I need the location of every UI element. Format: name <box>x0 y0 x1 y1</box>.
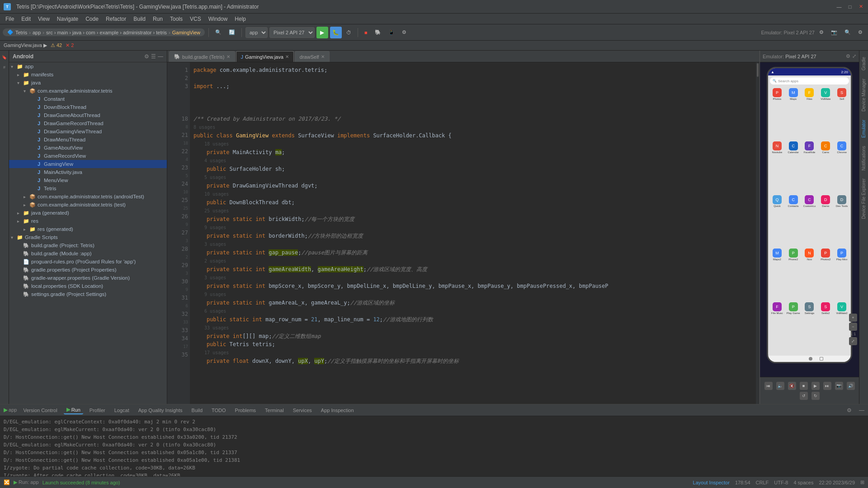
device-file-explorer-tab[interactable]: Device File Explorer <box>860 176 867 221</box>
menu-item-navigate[interactable]: Navigate <box>53 15 82 23</box>
home-nav[interactable] <box>809 357 812 361</box>
tab-services[interactable]: Services <box>290 407 315 414</box>
tab-terminal[interactable]: Terminal <box>262 407 287 414</box>
app-icon-19[interactable]: PPlay Mov <box>835 249 849 300</box>
run-button[interactable]: ▶ <box>316 27 328 38</box>
menu-item-file[interactable]: File <box>2 15 18 23</box>
code-editor[interactable]: 1 2 3 18 8 21 18 22 4 23 5 24 10 25 25 <box>167 62 760 404</box>
tree-item-gradle.properties.project[interactable]: 🐘gradle.properties (Project Properties) <box>9 266 167 274</box>
app-icon-2[interactable]: FFiles <box>802 88 817 140</box>
tab-draw-self[interactable]: drawSelf ✕ <box>295 51 330 62</box>
app-icon-21[interactable]: PPlay Game <box>786 302 801 354</box>
tab-run-active[interactable]: ▶ Run <box>64 406 83 414</box>
app-icon-18[interactable]: PPhotos2 <box>818 249 833 300</box>
menu-item-run[interactable]: Run <box>149 15 166 23</box>
tree-item-Tetris[interactable]: JTetris <box>9 184 167 192</box>
tree-item-GameAboutView[interactable]: JGameAboutView <box>9 144 167 152</box>
maximize-button[interactable]: □ <box>846 3 854 10</box>
layout-inspector[interactable]: Layout Inspector <box>693 480 730 485</box>
tab-build-gradle[interactable]: 🐘 build.gradle (Tetris) ✕ <box>169 51 235 62</box>
menu-item-view[interactable]: View <box>34 15 53 23</box>
recents-nav[interactable] <box>820 357 823 361</box>
project-list-icon[interactable]: ☰ <box>151 53 156 60</box>
tree-item-GradleScripts[interactable]: ▾📁Gradle Scripts <box>9 233 167 241</box>
minimize-button[interactable]: — <box>835 3 843 10</box>
tab-todo[interactable]: TODO <box>209 407 229 414</box>
app-icon-8[interactable]: CCams <box>818 141 833 193</box>
app-icon-17[interactable]: NNoo <box>802 249 817 300</box>
app-icon-23[interactable]: SSettls2 <box>818 302 833 354</box>
tree-item-gradle-wrapper.properties[interactable]: 🐘gradle-wrapper.properties (Gradle Versi… <box>9 274 167 282</box>
bottom-minimize-icon[interactable]: — <box>859 407 864 413</box>
tree-item-DrawGamingViewThread[interactable]: JDrawGamingViewThread <box>9 127 167 136</box>
tab-version-control[interactable]: Version Control <box>20 407 60 414</box>
tab-problems[interactable]: Problems <box>232 407 259 414</box>
editor-scrollbar[interactable] <box>756 62 760 404</box>
run-config-select[interactable]: app <box>245 27 268 38</box>
app-icon-13[interactable]: DDamo <box>818 195 833 247</box>
project-panel-icons[interactable]: ⚙ ☰ — <box>144 53 163 60</box>
settings-btn[interactable]: ⚙ <box>855 28 865 36</box>
tree-item-res.generated[interactable]: ▸📁res (generated) <box>9 225 167 233</box>
tree-item-DrawMenuThread[interactable]: JDrawMenuThread <box>9 136 167 144</box>
bottom-gear-icon[interactable]: ⚙ <box>847 407 852 413</box>
menu-item-help[interactable]: Help <box>231 15 250 23</box>
toolbar-search-btn[interactable]: 🔍 <box>212 28 224 36</box>
emulator-screenshot-btn[interactable]: 📷 <box>828 28 840 36</box>
profile-button[interactable]: ⏱ <box>344 29 354 36</box>
toolbar-sync-btn[interactable]: 🔄 <box>226 28 238 36</box>
emulator-rotate-controls[interactable]: ↺ ↻ <box>800 392 820 400</box>
gradle-tab-close[interactable]: ✕ <box>226 54 230 59</box>
device-manager-tab[interactable]: Device Manager <box>860 76 867 114</box>
tree-item-java.generated[interactable]: ▸📁java (generated) <box>9 209 167 217</box>
app-icon-5[interactable]: NNootube <box>770 141 784 193</box>
tree-item-DrawGameAboutThread[interactable]: JDrawGameAboutThread <box>9 111 167 119</box>
tree-item-DrawGameRecordThread[interactable]: JDrawGameRecordThread <box>9 119 167 127</box>
tree-item-proguard-rules.pro[interactable]: 📄proguard-rules.pro (ProGuard Rules for … <box>9 258 167 266</box>
drawself-tab-close[interactable]: ✕ <box>321 54 325 59</box>
tree-item-Constant[interactable]: JConstant <box>9 95 167 103</box>
fit-screen-btn[interactable]: ⤢ <box>849 337 857 345</box>
tree-item-com.example.admin.tetris.test[interactable]: ▸📦com.example.administrator.tetris (test… <box>9 201 167 209</box>
emulator-screen[interactable]: ▲ 2:20 🔍 Search apps PPhotosMMapsFFilesV… <box>760 62 859 377</box>
app-icon-9[interactable]: CChrome <box>835 141 849 193</box>
project-collapse-icon[interactable]: — <box>158 53 163 60</box>
bookmark-btn[interactable]: 🔖 <box>1 54 8 61</box>
tree-item-GamingView[interactable]: JGamingView <box>9 160 167 168</box>
tree-item-com.example.admin.tetris[interactable]: ▾📦com.example.administrator.tetris <box>9 87 167 95</box>
menu-item-edit[interactable]: Edit <box>18 15 34 23</box>
tree-item-DownBlockThread[interactable]: JDownBlockThread <box>9 103 167 111</box>
app-icon-12[interactable]: CCustomLu <box>802 195 817 247</box>
zoom-out-btn[interactable]: − <box>849 323 857 331</box>
tree-item-local.properties[interactable]: 🐘local.properties (SDK Location) <box>9 282 167 290</box>
tree-item-GameRecordView[interactable]: JGameRecordView <box>9 152 167 160</box>
tab-profiler[interactable]: Profiler <box>87 407 108 414</box>
menu-item-build[interactable]: Build <box>130 15 149 23</box>
project-gear-icon[interactable]: ⚙ <box>144 53 149 60</box>
code-content[interactable]: package com.example.administrator.tetris… <box>190 62 760 404</box>
volume-down-btn[interactable]: 🔈 <box>776 382 784 390</box>
emulator-header-buttons[interactable]: ⚙ ⤢ <box>846 53 856 59</box>
search-global-btn[interactable]: 🔍 <box>842 28 854 36</box>
next-track-btn[interactable]: ⏭ <box>823 382 831 390</box>
app-icon-24[interactable]: VVidMate2 <box>835 302 849 354</box>
app-icon-20[interactable]: FFile Musc <box>770 302 784 354</box>
app-icon-11[interactable]: CContacts <box>786 195 801 247</box>
tree-item-com.example.admin.tetris.androidTest[interactable]: ▸📦com.example.administrator.tetris (andr… <box>9 192 167 201</box>
tree-item-manifests[interactable]: ▸📁manifests <box>9 70 167 79</box>
zoom-in-btn[interactable]: + <box>849 314 857 322</box>
mute-btn[interactable]: 🔇 <box>788 382 796 390</box>
structure-btn[interactable]: # <box>1 64 8 70</box>
stop-button[interactable]: ■ <box>362 29 370 36</box>
tree-item-build.gradle.project[interactable]: 🐘build.gradle (Project: Tetris) <box>9 241 167 249</box>
menu-item-tools[interactable]: Tools <box>166 15 186 23</box>
app-icon-10[interactable]: QQuick <box>770 195 784 247</box>
sdk-manager-button[interactable]: ⚙ <box>399 28 409 36</box>
sync-gradle-button[interactable]: 🐘 <box>372 28 384 36</box>
rotate-right-btn[interactable]: ↻ <box>811 392 820 400</box>
avd-button[interactable]: 📱 <box>386 28 397 36</box>
app-icon-7[interactable]: FFaceRide <box>802 141 817 193</box>
notifications-tab[interactable]: Notifications <box>860 143 867 173</box>
app-icon-15[interactable]: MMaps2 <box>770 249 784 300</box>
emulator-settings-btn[interactable]: ⚙ <box>816 28 826 36</box>
